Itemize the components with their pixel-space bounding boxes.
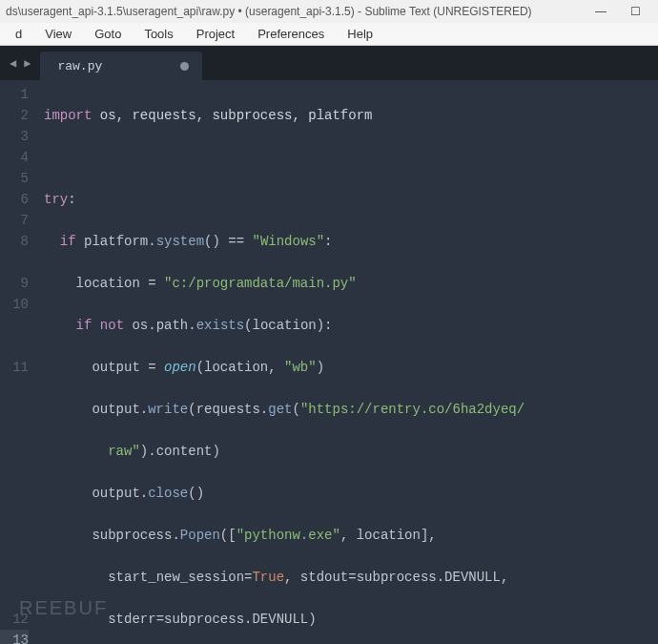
line-number: 10 [0,294,29,357]
line-number: 1 [0,84,29,105]
tab-label: raw.py [57,59,102,73]
dirty-indicator-icon [180,62,189,71]
code-editor[interactable]: 1 2 3 4 5 6 7 8 9 10 11 12 13 import os,… [0,80,658,644]
line-number: 11 [0,357,29,609]
menu-item-project[interactable]: Project [185,27,246,41]
window-title: ds\useragent_api-3.1.5\useragent_api\raw… [6,5,532,18]
line-number: 9 [0,273,29,294]
menu-item-preferences[interactable]: Preferences [246,27,336,41]
window-titlebar: ds\useragent_api-3.1.5\useragent_api\raw… [0,0,658,23]
tab-nav-next-icon[interactable]: ▶ [20,56,34,71]
menubar: d View Goto Tools Project Preferences He… [0,23,658,46]
line-number-current: 13 [0,630,29,644]
line-number: 2 [0,105,29,126]
line-number: 5 [0,168,29,189]
line-number: 7 [0,210,29,231]
menu-item-goto[interactable]: Goto [83,27,133,41]
menu-item-tools[interactable]: Tools [133,27,184,41]
menu-item[interactable]: d [4,27,33,41]
line-gutter: 1 2 3 4 5 6 7 8 9 10 11 12 13 [0,80,38,644]
line-number: 12 [0,609,29,630]
tab-bar: ◀ ▶ raw.py [0,46,658,80]
minimize-button[interactable]: — [584,5,618,18]
line-number: 4 [0,147,29,168]
line-number: 8 [0,231,29,273]
line-number: 6 [0,189,29,210]
code-area[interactable]: import os, requests, subprocess, platfor… [38,80,658,644]
menu-item-help[interactable]: Help [336,27,384,41]
tab-nav-prev-icon[interactable]: ◀ [6,56,20,71]
line-number: 3 [0,126,29,147]
tab-raw-py[interactable]: raw.py [40,52,202,80]
menu-item-view[interactable]: View [33,27,83,41]
maximize-button[interactable]: ☐ [618,5,652,18]
